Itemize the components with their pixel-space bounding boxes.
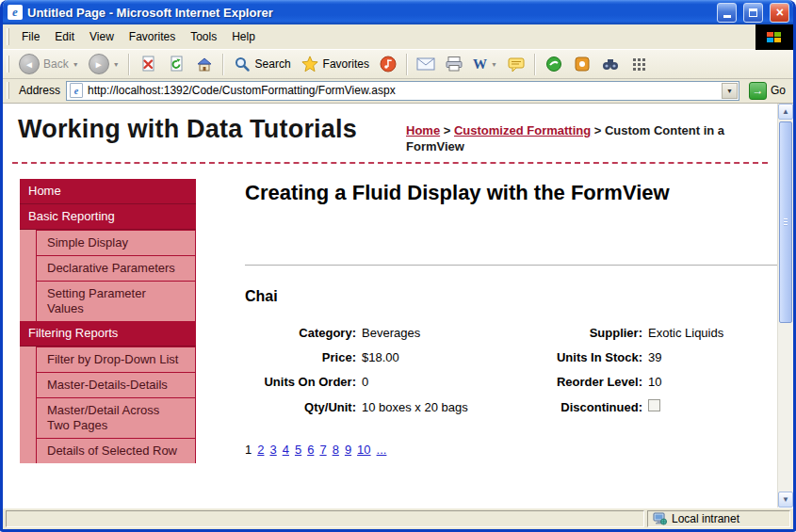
pager-link[interactable]: 8 <box>333 443 339 457</box>
field-label: Price: <box>245 350 356 364</box>
field-label: Reorder Level: <box>533 375 642 389</box>
addon-button-1[interactable] <box>541 53 567 75</box>
sidebar-item[interactable]: Master-Details-Details <box>36 372 196 397</box>
local-intranet-zone-icon <box>653 512 667 525</box>
sidebar-item[interactable]: Home <box>20 179 196 204</box>
field-label: Supplier: <box>533 326 642 340</box>
minimize-button[interactable] <box>717 3 737 23</box>
content-viewport: Working with Data Tutorials Home > Custo… <box>3 104 793 508</box>
sidebar-item[interactable]: Simple Display <box>36 230 196 255</box>
discuss-note-icon <box>507 55 526 73</box>
sidebar-item[interactable]: Declarative Parameters <box>36 255 196 281</box>
address-label: Address <box>19 84 60 97</box>
scroll-up-button[interactable]: ▲ <box>778 104 793 120</box>
media-icon <box>379 55 398 73</box>
edit-with-word-button[interactable]: W ▼ <box>469 55 501 74</box>
media-button[interactable] <box>375 53 401 75</box>
forward-icon: ► <box>89 54 109 74</box>
pager-link[interactable]: 3 <box>269 443 276 457</box>
go-label: Go <box>771 84 786 97</box>
field-value: Beverages <box>362 326 528 340</box>
address-input[interactable]: e http://localhost:1392/Code/CustomForma… <box>66 81 739 101</box>
addon-button-4[interactable] <box>625 53 652 75</box>
go-button[interactable]: → Go <box>745 82 789 100</box>
field-label: Discontinued: <box>533 400 642 414</box>
close-icon: × <box>775 6 783 19</box>
sidebar-item[interactable]: Master/Detail Across Two Pages <box>36 397 196 438</box>
favorites-label: Favorites <box>323 57 369 71</box>
pager-link[interactable]: ... <box>377 443 387 457</box>
page-favicon-icon: e <box>70 83 83 98</box>
print-icon <box>445 55 463 73</box>
vertical-scrollbar[interactable]: ▲ ▼ <box>777 104 793 508</box>
pager: 1 2345678910... <box>245 443 777 457</box>
zone-label: Local intranet <box>672 512 739 525</box>
field-label: Qty/Unit: <box>245 400 356 414</box>
menu-item[interactable]: View <box>82 26 122 47</box>
address-dropdown-button[interactable]: ▼ <box>722 83 738 99</box>
forward-button[interactable]: ► ▼ <box>85 52 123 76</box>
field-value: 39 <box>648 350 777 364</box>
pager-link[interactable]: 10 <box>357 443 370 457</box>
standard-buttons-toolbar: ◄ Back ▼ ► ▼ <box>3 50 793 79</box>
pager-link[interactable]: 9 <box>345 443 351 457</box>
menu-item[interactable]: Help <box>224 26 263 47</box>
toolbar-grip[interactable] <box>7 82 9 99</box>
menu-item[interactable]: Favorites <box>122 26 183 47</box>
forward-dropdown-icon: ▼ <box>113 61 120 68</box>
sidebar-item[interactable]: Setting Parameter Values <box>36 281 196 321</box>
windows-logo-icon <box>755 24 793 50</box>
menu-item[interactable]: Edit <box>47 26 82 47</box>
pager-link[interactable]: 5 <box>295 443 301 457</box>
scrollbar-thumb[interactable] <box>779 121 792 323</box>
pager-current-page: 1 <box>245 443 252 457</box>
sidebar-navigation: Home Basic Reporting Simple Display Decl… <box>20 179 196 463</box>
pager-link[interactable]: 4 <box>283 443 289 457</box>
print-button[interactable] <box>441 53 467 75</box>
favorites-button[interactable]: Favorites <box>297 53 373 75</box>
stop-button[interactable] <box>135 53 161 75</box>
search-icon <box>233 55 252 73</box>
home-button[interactable] <box>191 53 218 75</box>
orange-badge-icon <box>573 55 592 73</box>
toolbar-grip[interactable] <box>7 28 9 45</box>
toolbar-grip[interactable] <box>7 56 9 73</box>
main-content: Creating a Fluid Display with the FormVi… <box>245 179 777 457</box>
mail-icon <box>416 55 435 73</box>
breadcrumb-link-home[interactable]: Home <box>406 123 440 137</box>
status-bar: Local intranet <box>3 508 793 529</box>
sidebar-item[interactable]: Details of Selected Row <box>36 438 196 463</box>
ie-logo-icon: e <box>8 5 23 20</box>
maximize-button[interactable] <box>743 3 763 23</box>
edit-dropdown-icon: ▼ <box>491 61 497 68</box>
addon-button-2[interactable] <box>569 53 595 75</box>
refresh-button[interactable] <box>163 53 189 75</box>
product-details-form: Category: Beverages Supplier: Exotic Liq… <box>245 326 777 414</box>
mail-button[interactable] <box>413 53 439 75</box>
go-arrow-icon: → <box>749 82 767 100</box>
close-button[interactable]: × <box>770 3 789 23</box>
scroll-down-button[interactable]: ▼ <box>778 492 793 508</box>
refresh-icon <box>167 55 186 73</box>
menu-item[interactable]: Tools <box>183 26 224 47</box>
pager-link[interactable]: 7 <box>319 443 326 457</box>
discuss-button[interactable] <box>503 53 529 75</box>
pager-link[interactable]: 2 <box>257 443 264 457</box>
pager-link[interactable]: 6 <box>307 443 314 457</box>
title-bar[interactable]: e Untitled Page - Microsoft Internet Exp… <box>3 0 793 24</box>
sidebar-item[interactable]: Filter by Drop-Down List <box>36 347 196 372</box>
menu-item[interactable]: File <box>14 26 47 47</box>
back-button[interactable]: ◄ Back ▼ <box>15 52 83 76</box>
sidebar-item[interactable]: Basic Reporting <box>20 204 196 230</box>
sidebar-item[interactable]: Filtering Reports <box>20 321 196 347</box>
breadcrumb-link-section[interactable]: Customized Formatting <box>454 123 591 137</box>
security-zone-panel: Local intranet <box>647 510 790 527</box>
search-button[interactable]: Search <box>229 53 295 75</box>
addon-button-3[interactable] <box>597 53 624 75</box>
favorites-star-icon <box>301 55 319 73</box>
field-value: 10 boxes x 20 bags <box>362 400 528 414</box>
address-bar: Address e http://localhost:1392/Code/Cus… <box>3 79 793 104</box>
discontinued-checkbox[interactable] <box>648 399 660 411</box>
page-header: Working with Data Tutorials Home > Custo… <box>3 104 777 158</box>
site-title: Working with Data Tutorials <box>18 115 357 154</box>
